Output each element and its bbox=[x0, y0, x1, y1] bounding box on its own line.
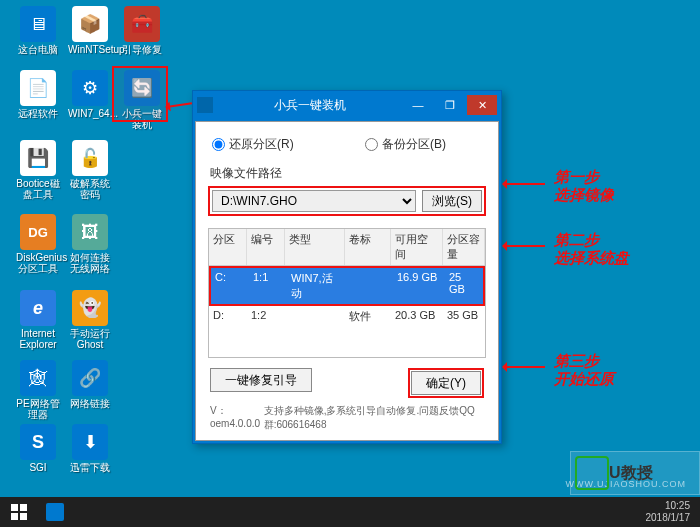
arrow-icon bbox=[505, 245, 545, 247]
desktop-icon-remote[interactable]: 📄远程软件 bbox=[16, 70, 60, 119]
arrow-icon bbox=[505, 183, 545, 185]
mirror-path-label: 映像文件路径 bbox=[210, 165, 484, 182]
desktop-icon-diskgenius[interactable]: DGDiskGenius分区工具 bbox=[16, 214, 60, 274]
arrow-icon bbox=[505, 366, 545, 368]
image-path-select[interactable]: D:\WIN7.GHO bbox=[212, 190, 416, 212]
desktop-icon-bootice[interactable]: 💾Bootice磁盘工具 bbox=[16, 140, 60, 200]
dg-icon: DG bbox=[20, 214, 56, 250]
support-label: 支持多种镜像,多系统引导自动修复.问题反馈QQ群:606616468 bbox=[264, 404, 484, 432]
installer-window: 小兵一键装机 — ❐ ✕ 还原分区(R) 备份分区(B) 映像文件路径 D:\W… bbox=[192, 90, 502, 444]
ie-icon: e bbox=[20, 290, 56, 326]
callout-step2: 第二步选择系统盘 bbox=[554, 231, 629, 267]
network-icon: 🕸 bbox=[20, 360, 56, 396]
titlebar[interactable]: 小兵一键装机 — ❐ ✕ bbox=[193, 91, 501, 119]
desktop-icon-ie[interactable]: eInternet Explorer bbox=[16, 290, 60, 350]
desktop-icon-win7[interactable]: ⚙WIN7_64... bbox=[68, 70, 112, 119]
radio-restore[interactable]: 还原分区(R) bbox=[212, 136, 294, 153]
doc-icon: 📄 bbox=[20, 70, 56, 106]
desktop-icon-sgi[interactable]: SSGI bbox=[16, 424, 60, 473]
minimize-button[interactable]: — bbox=[403, 95, 433, 115]
desktop-icon-netlink[interactable]: 🔗网络链接 bbox=[68, 360, 112, 409]
image-icon: 🖼 bbox=[72, 214, 108, 250]
version-label: V：oem4.0.0.0 bbox=[210, 404, 264, 432]
ghost-icon: 👻 bbox=[72, 290, 108, 326]
gear-icon: ⚙ bbox=[72, 70, 108, 106]
unlock-icon: 🔓 bbox=[72, 140, 108, 176]
partition-table: 分区 编号 类型 卷标 可用空间 分区容量 C: 1:1 WIN7,活动 16.… bbox=[208, 228, 486, 358]
disk-icon: 💾 bbox=[20, 140, 56, 176]
selection-highlight bbox=[112, 66, 168, 122]
desktop-icon-winntsetup[interactable]: 📦WinNTSetup bbox=[68, 6, 112, 55]
link-icon: 🔗 bbox=[72, 360, 108, 396]
desktop-icon-thunder[interactable]: ⬇迅雷下载 bbox=[68, 424, 112, 473]
windows-icon bbox=[11, 504, 27, 520]
maximize-button[interactable]: ❐ bbox=[435, 95, 465, 115]
clock-time: 10:25 bbox=[646, 500, 691, 512]
arrow-icon bbox=[168, 102, 192, 107]
brand-logo: U教授 bbox=[570, 451, 700, 495]
desktop-icon-this-pc[interactable]: 🖥这台电脑 bbox=[16, 6, 60, 55]
path-row: D:\WIN7.GHO 浏览(S) bbox=[208, 186, 486, 216]
repair-boot-button[interactable]: 一键修复引导 bbox=[210, 368, 312, 392]
taskbar: 10:25 2018/1/17 bbox=[0, 497, 700, 527]
clock-date: 2018/1/17 bbox=[646, 512, 691, 524]
svg-rect-1 bbox=[20, 504, 27, 511]
app-body: 还原分区(R) 备份分区(B) 映像文件路径 D:\WIN7.GHO 浏览(S)… bbox=[195, 121, 499, 441]
radio-backup-input[interactable] bbox=[365, 138, 378, 151]
svg-rect-3 bbox=[20, 513, 27, 520]
package-icon: 📦 bbox=[72, 6, 108, 42]
pc-icon: 🖥 bbox=[20, 6, 56, 42]
app-icon bbox=[46, 503, 64, 521]
taskbar-app[interactable] bbox=[38, 500, 72, 524]
ok-button[interactable]: 确定(Y) bbox=[411, 371, 481, 395]
start-button[interactable] bbox=[4, 500, 34, 524]
sgi-icon: S bbox=[20, 424, 56, 460]
desktop-icon-bootfix[interactable]: 🧰引导修复 bbox=[120, 6, 164, 55]
desktop-icon-ghost[interactable]: 👻手动运行Ghost bbox=[68, 290, 112, 350]
desktop-icon-crackpw[interactable]: 🔓破解系统密码 bbox=[68, 140, 112, 200]
table-row[interactable]: D: 1:2 软件 20.3 GB 35 GB bbox=[209, 306, 485, 327]
callout-step1: 第一步选择镜像 bbox=[554, 168, 614, 204]
callout-step3: 第三步开始还原 bbox=[554, 352, 614, 388]
app-icon bbox=[197, 97, 213, 113]
download-icon: ⬇ bbox=[72, 424, 108, 460]
system-tray[interactable]: 10:25 2018/1/17 bbox=[646, 500, 697, 524]
desktop-icon-wifi[interactable]: 🖼如何连接无线网络 bbox=[68, 214, 112, 274]
radio-backup[interactable]: 备份分区(B) bbox=[365, 136, 446, 153]
table-row[interactable]: C: 1:1 WIN7,活动 16.9 GB 25 GB bbox=[209, 266, 485, 306]
ok-highlight: 确定(Y) bbox=[408, 368, 484, 398]
toolbox-icon: 🧰 bbox=[124, 6, 160, 42]
radio-restore-input[interactable] bbox=[212, 138, 225, 151]
svg-rect-2 bbox=[11, 513, 18, 520]
table-header: 分区 编号 类型 卷标 可用空间 分区容量 bbox=[209, 229, 485, 266]
browse-button[interactable]: 浏览(S) bbox=[422, 190, 482, 212]
svg-rect-0 bbox=[11, 504, 18, 511]
close-button[interactable]: ✕ bbox=[467, 95, 497, 115]
window-title: 小兵一键装机 bbox=[219, 97, 401, 114]
desktop-icon-penet[interactable]: 🕸PE网络管理器 bbox=[16, 360, 60, 420]
